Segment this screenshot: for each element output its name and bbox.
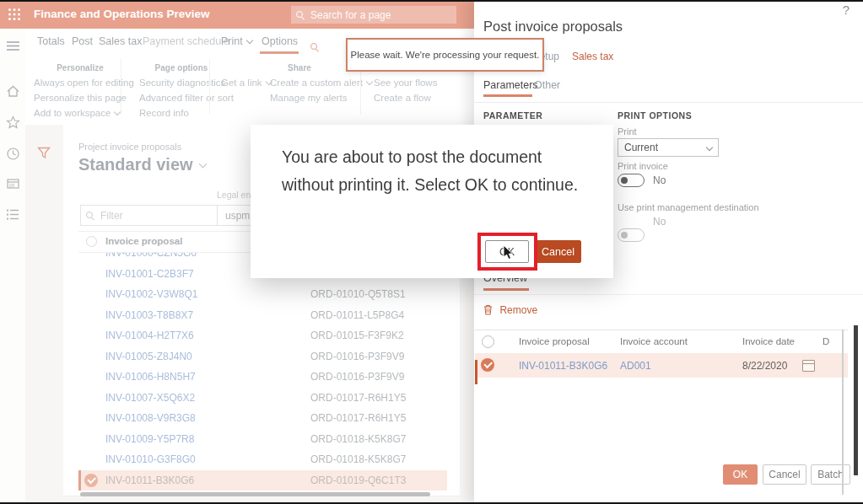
divider: [474, 102, 863, 103]
ribbon-item-record-info[interactable]: Record info: [139, 108, 189, 118]
command-tab-print[interactable]: Print: [221, 35, 252, 47]
list-item-selected[interactable]: INV-01011-B3K0G6ORD-01019-Q6C1T3: [78, 470, 447, 491]
parameters-tab-underline: [483, 94, 532, 97]
mouse-cursor-icon: [503, 245, 515, 260]
list-item[interactable]: INV-01004-H2T7X6ORD-01015-F3F9K2: [78, 325, 447, 346]
divider: [474, 294, 863, 295]
print-dropdown[interactable]: Current: [618, 138, 719, 157]
ribbon-item-create-custom-alert[interactable]: Create a custom alert: [270, 78, 372, 88]
calendar-icon[interactable]: [802, 360, 815, 372]
trash-icon: [483, 304, 493, 315]
list-item[interactable]: INV-01009-Y5P7R8ORD-01018-K5K8G7: [78, 429, 447, 450]
list-item[interactable]: INV-01002-V3W8Q1ORD-01010-Q5T8S1: [78, 284, 447, 305]
grid-column-invoice-proposal: Invoice proposal: [519, 336, 590, 346]
selected-check-icon[interactable]: [84, 474, 98, 487]
section-parameter: PARAMETER: [483, 110, 542, 121]
list-item[interactable]: INV-01007-X5Q6X2ORD-01017-R6H1Y5: [78, 388, 447, 409]
list-item[interactable]: INV-01006-H8N5H7ORD-01016-P3F9V9: [78, 367, 447, 388]
panel-ok-button[interactable]: OK: [723, 464, 758, 485]
selected-row-marker: [475, 360, 477, 384]
ribbon-item-get-a-link[interactable]: Get a link: [221, 78, 272, 88]
print-invoice-value: No: [653, 174, 666, 186]
horizontal-scrollbar[interactable]: [80, 492, 430, 496]
favorites-star-icon[interactable]: [6, 115, 20, 130]
app-title: Finance and Operations Preview: [34, 0, 210, 29]
list-item[interactable]: INV-01008-V9R3G8ORD-01017-R6H1Y5: [78, 408, 447, 429]
ribbon-item-security-diagnostics[interactable]: Security diagnostics: [139, 78, 225, 88]
page-search-box[interactable]: [291, 6, 456, 24]
grid-header-row: Invoice proposal Invoice account Invoice…: [475, 330, 848, 354]
search-icon: [296, 11, 304, 19]
command-tab-post[interactable]: Post: [72, 35, 93, 47]
processing-toast: Please wait. We're processing your reque…: [346, 38, 544, 72]
ribbon-item-personalize-page[interactable]: Personalize this page: [34, 93, 127, 103]
grid-column-due-date: D: [823, 336, 829, 346]
section-print-options: PRINT OPTIONS: [618, 110, 692, 121]
page-caption: Project invoice proposals: [78, 142, 181, 152]
group-divider: [121, 59, 121, 115]
print-invoice-toggle[interactable]: [618, 174, 645, 187]
command-tab-totals[interactable]: Totals: [37, 35, 65, 47]
ribbon-item-advanced-filter[interactable]: Advanced filter or sort: [139, 93, 234, 103]
filter-field[interactable]: [80, 205, 218, 226]
ribbon-item-see-your-flows[interactable]: See your flows: [374, 78, 437, 88]
remove-button[interactable]: Remove: [483, 302, 537, 317]
dialog-message: You are about to post the document witho…: [282, 143, 607, 199]
recent-clock-icon[interactable]: [6, 147, 20, 161]
list-item[interactable]: INV-01010-G3F8G0ORD-01018-K5K8G7: [78, 449, 447, 470]
filter-input[interactable]: [99, 209, 217, 223]
list-item[interactable]: INV-01005-Z8J4N0ORD-01016-P3F9V9: [78, 346, 447, 367]
svg-text:DF: DF: [9, 183, 15, 188]
tab-parameters[interactable]: Parameters: [483, 79, 538, 91]
grid-select-all-checkbox[interactable]: [482, 335, 494, 348]
chevron-down-icon: [366, 78, 373, 85]
grid-cell-invoice-proposal[interactable]: INV-01011-B3K0G6: [519, 360, 607, 372]
modules-list-icon[interactable]: [6, 207, 20, 222]
tab-other[interactable]: Other: [534, 79, 560, 91]
waffle-menu-icon[interactable]: [8, 8, 21, 21]
grid-column-invoice-account: Invoice account: [620, 336, 688, 346]
grid-vertical-scrollbar[interactable]: [842, 330, 844, 495]
selected-row-marker: [78, 470, 81, 491]
command-tab-payment-schedule: Payment schedule: [143, 35, 229, 47]
print-invoice-label: Print invoice: [618, 161, 668, 171]
overview-tab-underline: [483, 288, 529, 291]
panel-link-sales-tax[interactable]: Sales tax: [572, 51, 613, 62]
group-label-share: Share: [253, 63, 346, 72]
page-search-input[interactable]: [309, 8, 447, 22]
panel-batch-button[interactable]: Batch: [811, 464, 850, 485]
command-tab-sales-tax[interactable]: Sales tax: [99, 35, 142, 47]
view-selector[interactable]: Standard view: [78, 155, 206, 174]
help-icon[interactable]: ?: [843, 3, 850, 17]
home-icon[interactable]: [6, 84, 20, 99]
group-label-personalize: Personalize: [34, 63, 127, 72]
hamburger-menu-icon[interactable]: [6, 39, 20, 53]
chevron-down-icon: [198, 160, 207, 169]
nav-rail: DF: [0, 30, 26, 502]
workspaces-icon[interactable]: DF: [6, 177, 20, 191]
command-search-icon[interactable]: [310, 43, 318, 51]
app-header-bar: Finance and Operations Preview: [0, 0, 474, 29]
ribbon-item-create-a-flow[interactable]: Create a flow: [374, 93, 431, 103]
selected-check-icon[interactable]: [481, 358, 494, 372]
invoice-proposal-list: INV-01000-CZN5G6 INV-01001-C2B3F7 INV-01…: [78, 243, 447, 491]
ribbon-item-always-open[interactable]: Always open for editing: [34, 78, 134, 88]
panel-cancel-button[interactable]: Cancel: [763, 464, 806, 485]
group-divider: [209, 59, 210, 115]
grid-cell-invoice-account[interactable]: AD001: [620, 360, 651, 372]
select-all-checkbox[interactable]: [86, 236, 97, 247]
filter-funnel-icon[interactable]: [37, 147, 51, 160]
dialog-cancel-button[interactable]: Cancel: [535, 240, 581, 263]
print-management-value: No: [653, 216, 666, 228]
print-management-toggle: [618, 228, 645, 242]
column-invoice-proposal: Invoice proposal: [105, 236, 182, 246]
grid-row-selected[interactable]: INV-01011-B3K0G6 AD001 8/22/2020: [475, 353, 848, 378]
ribbon-item-add-to-workspace[interactable]: Add to workspace: [34, 108, 120, 118]
list-item[interactable]: INV-01003-T8B8X7ORD-01011-L5P8G4: [78, 305, 447, 326]
chevron-down-icon: [245, 37, 252, 44]
command-tab-options[interactable]: Options: [262, 35, 298, 47]
chevron-down-icon: [706, 144, 713, 151]
window-edge-scrollbar[interactable]: [854, 325, 858, 475]
ribbon-item-manage-my-alerts[interactable]: Manage my alerts: [270, 93, 347, 103]
search-icon: [86, 212, 94, 219]
